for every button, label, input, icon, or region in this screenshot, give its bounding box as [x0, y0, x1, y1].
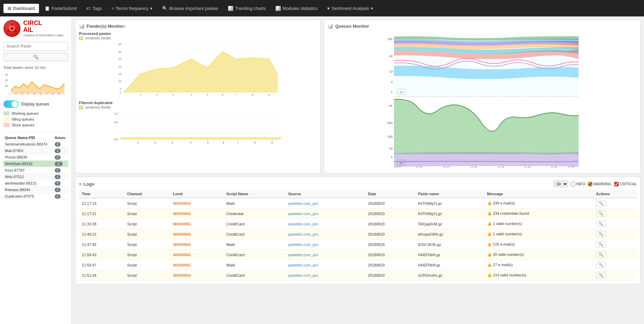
svg-text:10: 10: [389, 70, 393, 73]
log-source: pastebin.com_pro: [286, 239, 365, 250]
log-time: 11:51:34: [79, 270, 124, 281]
log-time: 11:50:47: [79, 260, 124, 270]
nav-sentiment[interactable]: ♥ Sentiment Analysis ▾: [323, 4, 378, 13]
queue-name: alertHandler.88215: [3, 180, 53, 187]
log-action-btn[interactable]: 🔍: [596, 221, 606, 227]
svg-text:20: 20: [5, 79, 8, 82]
log-action-btn[interactable]: 🔍: [596, 272, 606, 278]
log-actions[interactable]: 🔍: [593, 270, 637, 281]
log-action-btn[interactable]: 🔍: [596, 200, 606, 207]
warning-filter-checkbox[interactable]: [588, 182, 592, 186]
queues-monitor-icon: 📊: [328, 24, 333, 29]
info-filter-text: INFO: [576, 182, 585, 186]
col-date: Date: [365, 190, 416, 198]
log-actions[interactable]: 🔍: [593, 198, 637, 209]
list-item: 11:51:34 Script WARNING CreditCard paste…: [79, 270, 637, 281]
chevron-down-icon-sentiment: ▾: [371, 6, 373, 11]
log-message: 👍 1 valid number(s): [484, 229, 593, 239]
log-level: WARNING: [170, 250, 224, 260]
log-action-btn[interactable]: 🔍: [596, 231, 606, 237]
log-paste: b0cqwGWN.gz: [416, 229, 485, 239]
filtered-chart: 1.0 0.5 0.0 1 2 3 4 5 6 7 8 9: [79, 111, 317, 145]
nav-terms-frequency[interactable]: ≈ Terms frequency ▾: [107, 4, 157, 13]
warning-filter-label[interactable]: WARNING: [588, 182, 612, 186]
svg-text:8: 8: [252, 93, 253, 96]
svg-text:35: 35: [118, 43, 121, 46]
search-button[interactable]: 🔍: [3, 53, 68, 61]
log-script: Credential: [224, 209, 286, 219]
svg-text:1: 1: [140, 93, 141, 96]
sidebar: CIRCLAIL Analysis of Information Leaks 🔍…: [0, 16, 72, 324]
svg-text:8: 8: [52, 93, 54, 95]
log-channel: Script: [124, 209, 170, 219]
logs-per-page-select[interactable]: 10: [553, 180, 568, 187]
svg-text:9: 9: [271, 141, 273, 144]
svg-text:20: 20: [118, 65, 121, 68]
log-action-btn[interactable]: 🔍: [596, 210, 606, 217]
working-queues-color: [3, 111, 10, 115]
feeder-panel: 📊 Feeder(s) Monitor: Processed pastes un…: [75, 20, 320, 173]
nav-browse-pastes[interactable]: 🔍 Browse important pastes: [158, 4, 222, 13]
col-channel: Channel: [124, 190, 170, 198]
svg-text:4: 4: [190, 141, 192, 144]
log-message: 👍 234 credentials found.: [484, 209, 593, 219]
list-item: 11:46:22 Script WARNING CreditCard paste…: [79, 229, 637, 239]
svg-text:6: 6: [223, 141, 224, 144]
log-script: CreditCard: [224, 219, 286, 229]
queue-col-amount: Amou: [53, 135, 68, 141]
processed-legend-color: [79, 37, 83, 40]
svg-text:15: 15: [118, 73, 121, 76]
total-pastes-label: Total pastes since 10 min: [3, 65, 68, 70]
log-paste: EGk7JK3h.gz: [416, 239, 485, 250]
log-actions[interactable]: 🔍: [593, 209, 637, 219]
critical-filter-label[interactable]: CRITICAL: [614, 182, 637, 186]
log-actions[interactable]: 🔍: [593, 219, 637, 229]
svg-text:11:40: 11:40: [524, 165, 531, 169]
queue-name: SentimentAnalysis.88374: [3, 141, 53, 148]
processed-legend-text: unnamed_feeder: [85, 36, 111, 40]
svg-marker-32: [124, 52, 277, 92]
queue-amount: 0: [53, 187, 68, 193]
col-time: Time: [79, 190, 124, 198]
log-actions[interactable]: 🔍: [593, 260, 637, 270]
svg-text:4: 4: [28, 93, 29, 95]
svg-text:2K: 2K: [389, 104, 393, 108]
log-time: 11:33:38: [79, 219, 124, 229]
processed-chart: 35 30 25 20 15 10 5 0 1 2 3 4: [79, 41, 317, 96]
nav-tags[interactable]: 🏷 Tags: [82, 4, 106, 13]
log-action-btn[interactable]: 🔍: [596, 251, 606, 258]
logs-title: ≡ Logs: [79, 182, 94, 187]
nav-trending-charts[interactable]: 📊 Trending charts: [224, 4, 270, 13]
info-filter-checkbox[interactable]: [571, 182, 575, 186]
svg-text:3: 3: [171, 141, 173, 144]
log-time: 11:47:45: [79, 239, 124, 250]
svg-text:3: 3: [22, 93, 23, 95]
info-filter-label[interactable]: INFO: [571, 182, 585, 186]
log-actions[interactable]: 🔍: [593, 229, 637, 239]
filtered-label: Filtered duplicated: [79, 101, 317, 105]
log-source: pastebin.com_pro: [286, 260, 365, 270]
log-action-btn[interactable]: 🔍: [596, 241, 606, 248]
log-actions[interactable]: 🔍: [593, 239, 637, 250]
main-content: 📊 Feeder(s) Monitor: Processed pastes un…: [72, 16, 644, 324]
log-actions[interactable]: 🔍: [593, 250, 637, 260]
log-source: pastebin.com_pro: [286, 209, 365, 219]
display-queues-toggle[interactable]: [3, 100, 18, 108]
idling-queues-color: [3, 117, 10, 121]
search-input[interactable]: [3, 42, 68, 51]
feeder-icon: 📊: [79, 24, 84, 29]
log-script: CreditCard: [224, 250, 286, 260]
display-queues-label: Display queues: [21, 102, 49, 107]
nav-pastesubmit[interactable]: 📋 PasteSubmit: [40, 4, 81, 13]
log-script: Mails: [224, 260, 286, 270]
queue-col-name: Queue Name.PID: [3, 135, 53, 141]
log-date: 20180620: [365, 239, 416, 250]
browse-icon: 🔍: [162, 6, 168, 11]
nav-dashboard[interactable]: ⊞ Dashboard: [3, 4, 39, 13]
log-channel: Script: [124, 270, 170, 281]
log-action-btn[interactable]: 🔍: [596, 262, 606, 268]
critical-filter-checkbox[interactable]: [614, 182, 619, 186]
svg-text:4: 4: [190, 93, 192, 96]
nav-modules-stats[interactable]: 📊 Modules statistics: [271, 4, 322, 13]
queue-amount: 0: [53, 154, 68, 161]
